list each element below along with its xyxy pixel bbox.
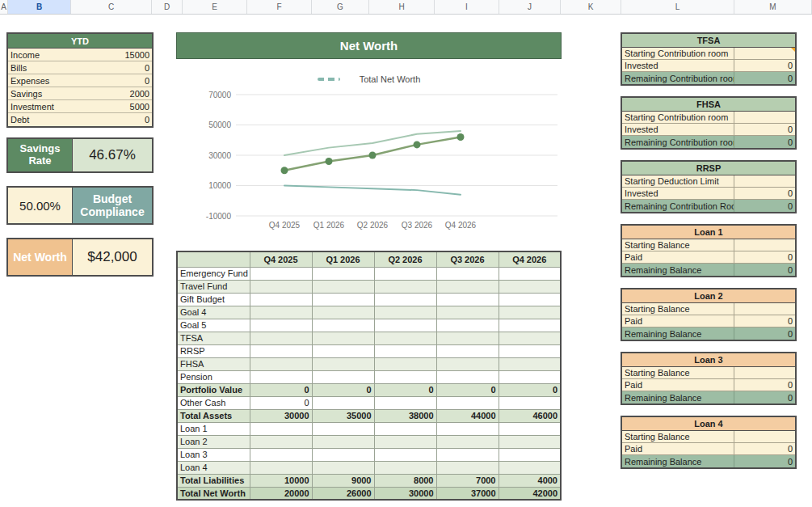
value-cell[interactable] — [250, 357, 312, 370]
table-header-cell[interactable]: Q4 2026 — [499, 251, 561, 267]
column-header-F[interactable]: F — [247, 0, 312, 14]
value-cell[interactable] — [436, 357, 499, 370]
table-header-cell[interactable]: Q3 2026 — [436, 251, 499, 267]
card-value-cell[interactable] — [734, 239, 795, 251]
card-value-cell[interactable]: 0 — [734, 264, 795, 276]
budget-compliance-label-cell[interactable]: Budget Compliance — [73, 188, 152, 223]
value-cell[interactable] — [374, 435, 436, 448]
value-cell[interactable]: 20000 — [250, 487, 312, 500]
value-cell[interactable] — [499, 461, 561, 474]
row-label-cell[interactable]: Portfolio Value — [177, 383, 250, 396]
column-header-A[interactable]: A — [0, 0, 8, 14]
card-label-cell[interactable]: Paid — [622, 251, 734, 263]
value-cell[interactable] — [436, 435, 499, 448]
value-cell[interactable]: 30000 — [250, 409, 312, 422]
value-cell[interactable]: 0 — [312, 383, 374, 396]
value-cell[interactable]: 7000 — [436, 474, 499, 487]
ytd-title-cell[interactable]: YTD — [8, 34, 152, 49]
value-cell[interactable] — [312, 370, 374, 383]
value-cell[interactable] — [312, 306, 374, 319]
value-cell[interactable] — [374, 422, 436, 435]
card-value-cell[interactable] — [734, 48, 795, 59]
value-cell[interactable] — [499, 280, 561, 293]
row-label-cell[interactable]: FHSA — [177, 357, 250, 370]
card-value-cell[interactable] — [734, 175, 795, 187]
column-header-B[interactable]: B — [8, 0, 71, 14]
row-label-cell[interactable]: Pension — [177, 370, 250, 383]
value-cell[interactable] — [374, 293, 436, 306]
ytd-label-cell[interactable]: Income — [8, 49, 100, 61]
value-cell[interactable]: 30000 — [374, 487, 436, 500]
card-value-cell[interactable]: 0 — [734, 60, 795, 71]
card-label-cell[interactable]: Invested — [622, 124, 734, 135]
card-value-cell[interactable] — [734, 112, 795, 123]
net-worth-chart[interactable]: Total Net Worth 70000500003000010000-100… — [176, 61, 562, 246]
value-cell[interactable] — [250, 293, 312, 306]
column-header-G[interactable]: G — [312, 0, 369, 14]
column-header-J[interactable]: J — [499, 0, 561, 14]
value-cell[interactable] — [312, 461, 374, 474]
column-header-K[interactable]: K — [561, 0, 621, 14]
ytd-value-cell[interactable]: 0 — [100, 113, 152, 126]
value-cell[interactable] — [499, 357, 561, 370]
card-value-cell[interactable]: 0 — [734, 72, 795, 84]
row-label-cell[interactable]: Total Liabilities — [177, 474, 250, 487]
card-value-cell[interactable]: 0 — [734, 251, 795, 263]
row-label-cell[interactable]: Goal 5 — [177, 319, 250, 332]
card-value-cell[interactable]: 0 — [734, 455, 795, 467]
value-cell[interactable] — [374, 461, 436, 474]
value-cell[interactable] — [374, 267, 436, 280]
value-cell[interactable] — [312, 293, 374, 306]
card-title-cell[interactable]: RRSP — [622, 162, 795, 175]
card-title-cell[interactable]: Loan 3 — [622, 353, 795, 367]
value-cell[interactable] — [374, 280, 436, 293]
value-cell[interactable] — [499, 396, 561, 409]
row-label-cell[interactable]: Travel Fund — [177, 280, 250, 293]
value-cell[interactable] — [436, 293, 499, 306]
card-label-cell[interactable]: Remaining Contribution Room — [622, 200, 734, 212]
value-cell[interactable]: 44000 — [436, 409, 499, 422]
value-cell[interactable] — [499, 344, 561, 357]
ytd-value-cell[interactable]: 0 — [100, 61, 152, 74]
card-title-cell[interactable]: Loan 4 — [622, 417, 795, 431]
net-worth-label-cell[interactable]: Net Worth — [8, 239, 73, 275]
card-value-cell[interactable]: 0 — [734, 443, 795, 454]
card-title-cell[interactable]: Loan 1 — [622, 226, 795, 239]
value-cell[interactable] — [374, 319, 436, 332]
card-value-cell[interactable]: 0 — [734, 136, 795, 148]
card-label-cell[interactable]: Starting Balance — [622, 303, 734, 315]
value-cell[interactable]: 9000 — [312, 474, 374, 487]
value-cell[interactable] — [436, 280, 499, 293]
value-cell[interactable] — [499, 332, 561, 344]
value-cell[interactable] — [436, 461, 499, 474]
column-header-M[interactable]: M — [734, 0, 812, 14]
table-header-cell[interactable]: Q2 2026 — [374, 251, 436, 267]
table-corner-cell[interactable] — [177, 251, 250, 267]
value-cell[interactable] — [312, 344, 374, 357]
card-value-cell[interactable]: 0 — [734, 188, 795, 199]
card-value-cell[interactable]: 0 — [734, 315, 795, 327]
value-cell[interactable] — [250, 280, 312, 293]
value-cell[interactable] — [499, 448, 561, 461]
card-label-cell[interactable]: Starting Deduction Limit — [622, 175, 734, 187]
value-cell[interactable] — [499, 435, 561, 448]
card-label-cell[interactable]: Invested — [622, 60, 734, 71]
card-value-cell[interactable] — [734, 367, 795, 378]
value-cell[interactable] — [312, 280, 374, 293]
row-label-cell[interactable]: Goal 4 — [177, 306, 250, 319]
card-value-cell[interactable]: 0 — [734, 200, 795, 212]
value-cell[interactable] — [374, 357, 436, 370]
value-cell[interactable]: 0 — [374, 383, 436, 396]
value-cell[interactable] — [312, 357, 374, 370]
savings-rate-label-cell[interactable]: Savings Rate — [8, 139, 73, 171]
column-header-I[interactable]: I — [435, 0, 499, 14]
card-label-cell[interactable]: Starting Balance — [622, 367, 734, 378]
card-label-cell[interactable]: Remaining Balance — [622, 264, 734, 276]
card-value-cell[interactable]: 0 — [734, 391, 795, 403]
value-cell[interactable] — [436, 422, 499, 435]
value-cell[interactable] — [250, 267, 312, 280]
row-label-cell[interactable]: Total Net Worth — [177, 487, 250, 500]
card-label-cell[interactable]: Starting Balance — [622, 239, 734, 251]
ytd-value-cell[interactable]: 15000 — [100, 49, 152, 61]
value-cell[interactable] — [250, 306, 312, 319]
